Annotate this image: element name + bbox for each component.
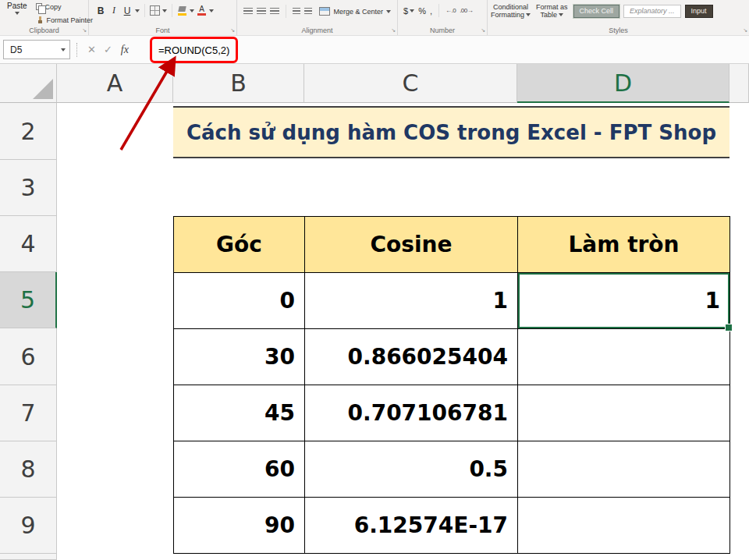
copy-icon bbox=[36, 3, 42, 10]
styles-group-label: Styles bbox=[488, 27, 749, 34]
cell-d7[interactable] bbox=[518, 385, 730, 441]
dialog-launcher-icon[interactable]: ↘ bbox=[391, 27, 396, 34]
separator bbox=[144, 4, 145, 17]
separator bbox=[76, 43, 77, 57]
select-all-corner[interactable] bbox=[0, 64, 57, 103]
align-left-icon[interactable] bbox=[243, 8, 253, 16]
underline-button[interactable]: U bbox=[122, 5, 133, 16]
currency-label: $ bbox=[403, 6, 408, 16]
comma-format-button[interactable]: , bbox=[430, 6, 432, 16]
font-color-caret-icon[interactable] bbox=[209, 9, 214, 12]
copy-label: Copy bbox=[45, 3, 62, 11]
cell-b7[interactable]: 45 bbox=[174, 385, 305, 441]
row-header-7[interactable]: 7 bbox=[0, 385, 57, 441]
underline-caret-icon[interactable] bbox=[135, 9, 140, 12]
formula-bar: D5 ✕ ✓ fx =ROUND(C5,2) bbox=[0, 36, 749, 64]
row-header-3[interactable]: 3 bbox=[0, 160, 57, 216]
italic-button[interactable]: I bbox=[108, 5, 119, 16]
increase-indent-icon[interactable] bbox=[304, 8, 312, 16]
separator bbox=[286, 5, 286, 18]
insert-function-button[interactable]: fx bbox=[121, 44, 129, 56]
cell-d5-selected[interactable]: 1 bbox=[518, 273, 730, 329]
dialog-launcher-icon[interactable]: ↘ bbox=[743, 27, 747, 34]
align-center-icon[interactable] bbox=[257, 8, 266, 16]
fill-color-caret-icon[interactable] bbox=[190, 9, 194, 12]
select-all-triangle-icon bbox=[33, 79, 53, 99]
alignment-group-label: Alignment bbox=[237, 27, 397, 34]
row-header-8[interactable]: 8 bbox=[0, 441, 57, 498]
cell-d6[interactable] bbox=[518, 329, 730, 385]
format-as-table-line1: Format as bbox=[536, 3, 568, 11]
borders-icon[interactable] bbox=[150, 5, 160, 16]
column-header-b[interactable]: B bbox=[173, 64, 304, 103]
dialog-launcher-icon[interactable]: ↘ bbox=[230, 27, 235, 34]
row-header-6[interactable]: 6 bbox=[0, 328, 57, 385]
column-header-a[interactable]: A bbox=[57, 64, 173, 103]
enter-button[interactable]: ✓ bbox=[104, 44, 112, 55]
table-header-cosine[interactable]: Cosine bbox=[305, 217, 518, 273]
table-header-goc[interactable]: Góc bbox=[174, 217, 305, 273]
excel-window: Paste Copy Format Painter Clipboard ↘ bbox=[0, 0, 749, 560]
clipboard-group-label: Clipboard bbox=[0, 27, 88, 34]
cell-d9[interactable] bbox=[518, 498, 730, 554]
cell-style-explanatory[interactable]: Explanatory ... bbox=[623, 5, 681, 18]
bold-button[interactable]: B bbox=[95, 5, 106, 16]
column-header-partial[interactable] bbox=[729, 64, 749, 103]
dropdown-caret-icon bbox=[559, 13, 563, 16]
name-box-value: D5 bbox=[10, 44, 22, 55]
format-painter-label: Format Painter bbox=[47, 16, 94, 24]
currency-format-button[interactable]: $ bbox=[403, 6, 414, 16]
paste-label: Paste bbox=[7, 2, 27, 10]
font-color-icon[interactable]: A bbox=[197, 5, 207, 16]
row-header-9[interactable]: 9 bbox=[0, 498, 57, 554]
format-painter-button[interactable]: Format Painter bbox=[36, 15, 94, 25]
conditional-formatting-button[interactable]: Conditional Formatting bbox=[491, 2, 531, 19]
borders-caret-icon[interactable] bbox=[162, 9, 167, 12]
cell-b8[interactable]: 60 bbox=[174, 441, 305, 498]
merge-center-icon bbox=[319, 7, 330, 16]
name-box[interactable]: D5 bbox=[3, 40, 70, 59]
cell-b6[interactable]: 30 bbox=[174, 329, 305, 385]
row-header-partial[interactable] bbox=[0, 554, 57, 560]
copy-button[interactable]: Copy bbox=[36, 2, 94, 12]
ribbon-group-clipboard: Paste Copy Format Painter Clipboard ↘ bbox=[0, 0, 89, 35]
percent-format-button[interactable]: % bbox=[418, 6, 426, 16]
formula-input[interactable]: =ROUND(C5,2) bbox=[158, 44, 229, 56]
paste-button[interactable]: Paste bbox=[4, 1, 30, 25]
decrease-indent-icon[interactable] bbox=[293, 8, 300, 16]
format-as-table-button[interactable]: Format as Table bbox=[536, 2, 568, 19]
align-right-icon[interactable] bbox=[270, 8, 279, 16]
ribbon-group-alignment: Merge & Center Alignment ↘ bbox=[237, 0, 398, 35]
cell-c9[interactable]: 6.12574E-17 bbox=[305, 498, 518, 554]
column-header-c[interactable]: C bbox=[304, 64, 517, 103]
cell-c7[interactable]: 0.707106781 bbox=[305, 385, 518, 441]
format-as-table-line2: Table bbox=[541, 11, 558, 19]
number-group-label: Number bbox=[398, 27, 487, 34]
name-box-caret-icon[interactable] bbox=[61, 48, 66, 51]
cell-style-check-cell[interactable]: Check Cell bbox=[573, 5, 620, 18]
title-cell[interactable]: Cách sử dụng hàm COS trong Excel - FPT S… bbox=[173, 106, 729, 158]
dialog-launcher-icon[interactable]: ↘ bbox=[82, 27, 87, 34]
cell-c6[interactable]: 0.866025404 bbox=[305, 329, 518, 385]
dialog-launcher-icon[interactable]: ↘ bbox=[481, 27, 485, 34]
cell-d8[interactable] bbox=[518, 441, 730, 498]
row-header-4[interactable]: 4 bbox=[0, 216, 57, 272]
cancel-button[interactable]: ✕ bbox=[87, 44, 96, 55]
format-painter-icon bbox=[36, 16, 44, 24]
cell-b5[interactable]: 0 bbox=[174, 273, 305, 329]
column-header-d-selected[interactable]: D bbox=[517, 64, 729, 103]
cell-c8[interactable]: 0.5 bbox=[305, 441, 518, 498]
cell-c5[interactable]: 1 bbox=[305, 273, 518, 329]
merge-center-button[interactable]: Merge & Center bbox=[319, 7, 391, 16]
increase-decimal-icon[interactable]: ←.0 bbox=[445, 7, 456, 14]
cell-style-input[interactable]: Input bbox=[685, 5, 713, 18]
table-header-lam-tron[interactable]: Làm tròn bbox=[518, 217, 730, 273]
fill-color-icon[interactable] bbox=[177, 5, 187, 16]
ribbon-group-styles: Conditional Formatting Format as Table C… bbox=[488, 0, 749, 35]
merge-center-label: Merge & Center bbox=[333, 8, 383, 16]
decrease-decimal-icon[interactable]: .00→ bbox=[460, 7, 473, 14]
row-header-2[interactable]: 2 bbox=[0, 103, 57, 160]
cell-b9[interactable]: 90 bbox=[174, 498, 305, 554]
row-header-5-selected[interactable]: 5 bbox=[0, 272, 57, 328]
font-group-label: Font bbox=[89, 27, 236, 34]
